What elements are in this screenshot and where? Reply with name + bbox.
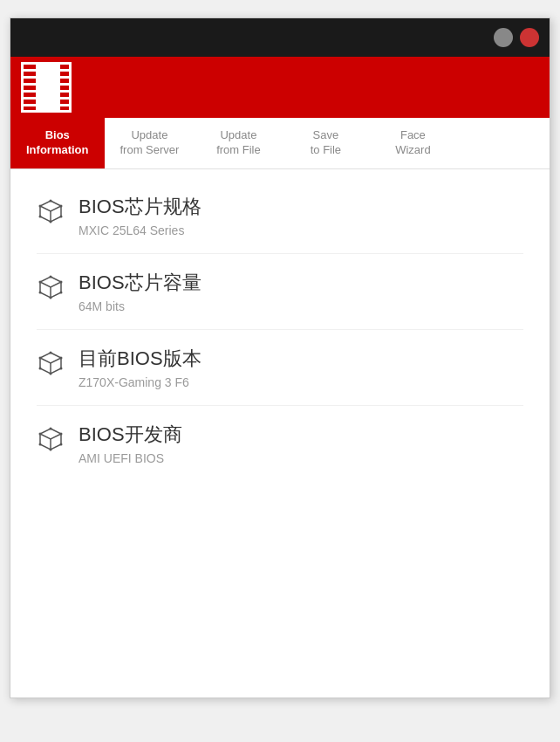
tab-save-file[interactable]: Saveto File xyxy=(282,118,369,168)
bios-text-chip-spec: BIOS芯片规格 MXIC 25L64 Series xyxy=(79,194,201,237)
svg-point-12 xyxy=(60,291,63,293)
tab-update-server[interactable]: Updatefrom Server xyxy=(105,118,195,168)
svg-point-29 xyxy=(50,448,52,450)
svg-point-20 xyxy=(60,367,63,369)
svg-point-3 xyxy=(60,204,63,207)
bios-chip-icon xyxy=(37,197,65,225)
svg-point-23 xyxy=(39,356,42,359)
bios-value-current-version: Z170X-Gaming 3 F6 xyxy=(79,375,201,389)
title-bar xyxy=(10,18,550,57)
app-window: BiosInformationUpdatefrom ServerUpdatefr… xyxy=(10,17,550,698)
svg-point-30 xyxy=(39,443,42,445)
tab-face-wizard[interactable]: FaceWizard xyxy=(369,118,456,168)
close-button[interactable] xyxy=(520,28,539,47)
minimize-button[interactable] xyxy=(494,28,513,47)
bios-text-current-version: 目前BIOS版本 Z170X-Gaming 3 F6 xyxy=(79,346,201,389)
svg-point-28 xyxy=(60,443,63,445)
bios-chip-icon xyxy=(37,273,65,301)
bios-value-chip-spec: MXIC 25L64 Series xyxy=(79,223,201,237)
bios-chip-icon xyxy=(37,425,65,453)
bios-label-developer: BIOS开发商 xyxy=(79,422,182,448)
svg-point-31 xyxy=(39,432,42,435)
nav-tabs: BiosInformationUpdatefrom ServerUpdatefr… xyxy=(10,118,550,169)
bios-item-chip-capacity: BIOS芯片容量 64M bits xyxy=(37,254,523,330)
svg-point-26 xyxy=(50,427,52,429)
logo-right-stripes xyxy=(60,65,69,110)
bios-logo-box xyxy=(21,62,72,113)
bios-value-chip-capacity: 64M bits xyxy=(79,299,201,313)
svg-point-2 xyxy=(50,199,52,202)
logo-left-stripes xyxy=(24,65,36,110)
bios-label-current-version: 目前BIOS版本 xyxy=(79,346,201,372)
svg-point-10 xyxy=(50,275,52,278)
bios-item-chip-spec: BIOS芯片规格 MXIC 25L64 Series xyxy=(37,178,523,254)
svg-point-11 xyxy=(60,280,63,283)
svg-point-14 xyxy=(39,291,42,293)
bios-item-current-version: 目前BIOS版本 Z170X-Gaming 3 F6 xyxy=(37,330,523,406)
svg-point-4 xyxy=(60,215,63,217)
svg-point-19 xyxy=(60,356,63,359)
bios-text-developer: BIOS开发商 AMI UEFI BIOS xyxy=(79,422,182,465)
svg-point-27 xyxy=(60,432,63,435)
tab-bios-info[interactable]: BiosInformation xyxy=(10,118,105,168)
svg-point-13 xyxy=(50,296,52,299)
content-area: BIOS芯片规格 MXIC 25L64 Series xyxy=(10,169,550,697)
bios-chip-icon xyxy=(37,349,65,377)
svg-point-7 xyxy=(39,204,42,207)
svg-point-5 xyxy=(50,220,52,223)
bios-text-chip-capacity: BIOS芯片容量 64M bits xyxy=(79,270,201,313)
svg-point-21 xyxy=(50,372,52,374)
bios-label-chip-capacity: BIOS芯片容量 xyxy=(79,270,201,296)
bios-item-developer: BIOS开发商 AMI UEFI BIOS xyxy=(37,406,523,481)
svg-point-18 xyxy=(50,351,52,354)
svg-point-15 xyxy=(39,280,42,283)
svg-point-22 xyxy=(39,367,42,369)
window-controls xyxy=(494,28,539,47)
bios-value-developer: AMI UEFI BIOS xyxy=(79,451,182,465)
svg-point-6 xyxy=(39,215,42,217)
bios-label-chip-spec: BIOS芯片规格 xyxy=(79,194,201,220)
app-header xyxy=(10,57,550,118)
tab-update-file[interactable]: Updatefrom File xyxy=(195,118,282,168)
